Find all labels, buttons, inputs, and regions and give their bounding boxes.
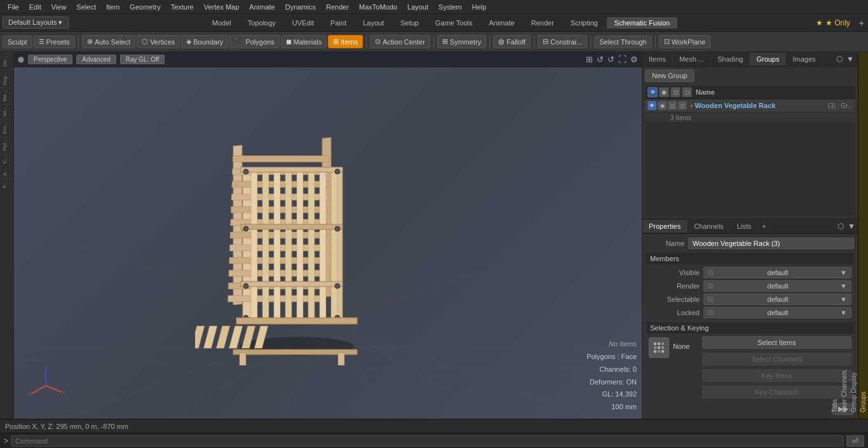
menu-view[interactable]: View — [46, 2, 72, 12]
props-tab-properties[interactable]: Properties — [642, 220, 688, 233]
auto-select-icon: ⊕ — [87, 37, 93, 46]
advanced-button[interactable]: Advanced — [76, 55, 116, 64]
rp-tab-images[interactable]: Images — [786, 53, 822, 65]
group-lock-icon[interactable]: ◻ — [668, 101, 677, 110]
command-execute-button[interactable]: ⏎ — [846, 435, 864, 447]
key-icon-box[interactable] — [649, 337, 669, 358]
props-members-header[interactable]: Members — [646, 253, 854, 264]
viewport-icon-2[interactable]: ↺ — [597, 55, 604, 64]
group-icon-eye[interactable]: 👁 — [648, 87, 658, 97]
menu-animate[interactable]: Animate — [244, 2, 280, 12]
vtab-group-display[interactable]: Group Display — [849, 52, 858, 419]
action-center-button[interactable]: ⊙ Action Center — [370, 35, 430, 48]
strip-item-dup[interactable]: Dup... — [1, 69, 13, 87]
menu-item[interactable]: Item — [101, 2, 125, 12]
layout-selector[interactable]: Default Layouts ▾ — [3, 17, 69, 29]
key-items-button[interactable]: Key Items — [702, 369, 851, 382]
constraints-button[interactable]: ⊟ Constrai... — [538, 35, 587, 48]
menu-render[interactable]: Render — [321, 2, 354, 12]
group-eye-icon[interactable]: 👁 — [648, 101, 656, 110]
tab-game-tools[interactable]: Game Tools — [428, 17, 480, 29]
layout-add-button[interactable]: + — [855, 17, 868, 29]
select-channels-button[interactable]: Select Channels — [702, 353, 851, 365]
menu-select[interactable]: Select — [71, 2, 101, 12]
rp-tab-shading[interactable]: Shading — [711, 53, 750, 65]
tab-uvedit[interactable]: UVEdit — [285, 17, 322, 29]
rp-tab-groups[interactable]: Groups — [750, 53, 786, 65]
props-name-input[interactable] — [688, 238, 854, 249]
select-items-button[interactable]: Select Items — [702, 336, 851, 349]
items-button[interactable]: ⊞ Items — [328, 35, 363, 48]
menu-edit[interactable]: Edit — [24, 2, 46, 12]
strip-item-a[interactable]: A... — [1, 166, 13, 178]
menu-texture[interactable]: Texture — [166, 2, 199, 12]
menu-dynamics[interactable]: Dynamics — [280, 2, 321, 12]
work-plane-button[interactable]: ⊡ WorkPlane — [659, 35, 711, 48]
strip-item-ve[interactable]: Ve... — [1, 104, 13, 119]
menu-layout[interactable]: Layout — [402, 2, 433, 12]
menu-vertex-map[interactable]: Vertex Map — [199, 2, 245, 12]
group-camera-icon[interactable]: ◉ — [658, 101, 667, 110]
menu-geometry[interactable]: Geometry — [125, 2, 165, 12]
presets-button[interactable]: ☰ Presets — [34, 36, 75, 48]
menu-help[interactable]: Help — [467, 2, 492, 12]
new-group-button[interactable]: New Group — [645, 69, 695, 82]
svg-point-39 — [243, 169, 248, 174]
menu-file[interactable]: File — [3, 2, 24, 12]
viewport-dot[interactable] — [18, 57, 24, 63]
strip-item-em[interactable]: Em... — [1, 119, 13, 136]
viewport-icon-5[interactable]: ⚙ — [630, 55, 638, 64]
viewport[interactable]: Perspective Advanced Ray GL: Off ⊞ ↺ ↺ ⛶… — [14, 52, 642, 419]
group-row-wooden-rack[interactable]: 👁 ◉ ◻ ◻ + Wooden Vegetable Rack (3) : Gr… — [645, 99, 855, 112]
perspective-button[interactable]: Perspective — [28, 55, 72, 64]
sculpt-button[interactable]: Sculpt — [3, 36, 32, 48]
selection-keying-content: None Select Items Select Channels Key It… — [646, 336, 854, 400]
select-through-button[interactable]: Select Through — [594, 36, 651, 48]
tab-setup[interactable]: Setup — [393, 17, 426, 29]
tab-model[interactable]: Model — [205, 17, 239, 29]
command-input[interactable] — [11, 435, 844, 447]
vtab-tabs[interactable]: Tabs — [830, 52, 839, 419]
vertices-button[interactable]: ⬡ Vertices — [137, 35, 180, 48]
tab-topology[interactable]: Topology — [240, 17, 283, 29]
tab-animate[interactable]: Animate — [481, 17, 522, 29]
group-icon-camera[interactable]: ◉ — [659, 87, 669, 97]
ray-gl-button[interactable]: Ray GL: Off — [120, 55, 165, 64]
viewport-canvas[interactable]: X Z Y No Items Polygons : Face Channels:… — [14, 67, 642, 419]
vtab-groups[interactable]: Groups — [858, 52, 868, 419]
group-extra-icon[interactable]: ◻ — [678, 101, 687, 110]
rp-tab-items[interactable]: Items — [642, 53, 673, 65]
props-tab-channels[interactable]: Channels — [688, 220, 730, 233]
boundary-button[interactable]: ◈ Boundary — [181, 35, 228, 48]
materials-button[interactable]: ◼ Materials — [281, 35, 327, 48]
selection-keying-header[interactable]: Selection & Keying — [646, 322, 854, 334]
auto-select-button[interactable]: ⊕ Auto Select — [82, 35, 135, 48]
tab-layout[interactable]: Layout — [355, 17, 391, 29]
strip-item-me[interactable]: Me... — [1, 88, 13, 104]
tab-paint[interactable]: Paint — [323, 17, 354, 29]
tab-scripting[interactable]: Scripting — [563, 17, 606, 29]
symmetry-button[interactable]: ⊞ Symmetry — [437, 35, 487, 48]
strip-item-f[interactable]: F... — [1, 179, 13, 190]
group-icon-extra[interactable]: ◻ — [682, 87, 692, 97]
strip-item-de[interactable]: De... — [1, 53, 13, 69]
viewport-icon-3[interactable]: ↺ — [607, 55, 614, 64]
key-channels-button[interactable]: Key Channels — [702, 386, 851, 398]
strip-item-c[interactable]: C... — [1, 153, 13, 165]
tab-schematic-fusion[interactable]: Schematic Fusion — [607, 17, 677, 29]
props-tab-add[interactable]: + — [758, 220, 770, 233]
strip-item-pol[interactable]: Pol... — [1, 137, 13, 153]
props-tab-lists[interactable]: Lists — [731, 220, 759, 233]
rp-tab-mesh[interactable]: Mesh ... — [673, 53, 711, 65]
viewport-icon-4[interactable]: ⛶ — [618, 55, 627, 64]
viewport-icon-1[interactable]: ⊞ — [586, 55, 593, 64]
menu-system[interactable]: System — [433, 2, 467, 12]
status-bar: Position X, Y, Z: 295 mm, 0 m, -870 mm — [0, 419, 868, 433]
tab-render[interactable]: Render — [524, 17, 562, 29]
falloff-button[interactable]: ◍ Falloff — [493, 35, 531, 48]
group-expand-icon[interactable]: + — [689, 102, 693, 109]
menu-maxtomodo[interactable]: MaxToModo — [354, 2, 402, 12]
vtab-user-channels[interactable]: User Channels — [839, 52, 849, 419]
group-icon-lock[interactable]: ◻ — [670, 87, 681, 97]
polygons-button[interactable]: ⬛ Polygons — [229, 35, 279, 48]
